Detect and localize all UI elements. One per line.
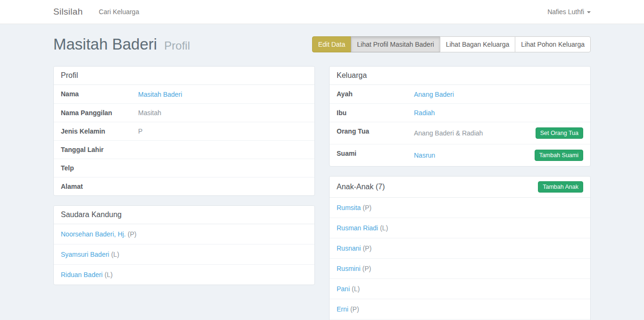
caret-down-icon <box>587 11 591 13</box>
table-row: Nama Masitah Baderi <box>54 85 314 103</box>
app-brand[interactable]: Silsilah <box>53 7 83 17</box>
edit-data-button[interactable]: Edit Data <box>312 36 352 52</box>
table-row: Nama Panggilan Masitah <box>54 103 314 122</box>
list-item: Riduan Baderi(L) <box>54 264 314 285</box>
list-item: Rusman Riadi(L) <box>330 218 590 238</box>
gender-label: (L) <box>111 251 119 258</box>
table-row: Orang Tua Anang Baderi & Radiah Set Oran… <box>330 122 590 144</box>
person-name: Masitah Baderi <box>53 35 157 53</box>
list-item: Rusmini(P) <box>330 258 590 278</box>
table-row: Ayah Anang Baderi <box>330 85 590 103</box>
person-link[interactable]: Erni <box>337 305 348 313</box>
saudara-kandung-panel: Saudara Kandung Noorsehan Baderi, Hj.(P)… <box>53 205 315 285</box>
person-link[interactable]: Rumsita <box>337 204 361 211</box>
gender-label: (P) <box>363 204 372 211</box>
keluarga-panel: Keluarga Ayah Anang Baderi Ibu Radiah Or… <box>329 66 591 167</box>
person-link[interactable]: Rusnani <box>337 244 361 252</box>
row-label: Ayah <box>330 85 414 103</box>
person-link[interactable]: Noorsehan Baderi, Hj. <box>61 230 126 238</box>
table-row: Alamat <box>54 177 314 195</box>
row-label: Alamat <box>54 177 138 195</box>
user-menu[interactable]: Nafies Luthfi <box>547 8 591 16</box>
table-row: Jenis Kelamin P <box>54 122 314 140</box>
gender-label: (P) <box>350 305 359 313</box>
profil-panel-title: Profil <box>61 71 78 80</box>
list-item: Syamsuri Baderi(L) <box>54 244 314 264</box>
person-link[interactable]: Pani <box>337 285 350 293</box>
person-link[interactable]: Riduan Baderi <box>61 271 103 278</box>
user-name: Nafies Luthfi <box>547 8 584 16</box>
list-item: Rusnani(P) <box>330 238 590 258</box>
list-item: Pani(L) <box>330 278 590 299</box>
nav-item-cari-keluarga[interactable]: Cari Keluarga <box>99 8 140 16</box>
table-row: Ibu Radiah <box>330 103 590 122</box>
list-item: Erni(P) <box>330 299 590 319</box>
row-label: Telp <box>54 159 138 177</box>
list-item: Noorsehan Baderi, Hj.(P) <box>54 224 314 244</box>
person-link[interactable]: Anang Baderi <box>414 91 454 98</box>
lihat-pohon-keluarga-button[interactable]: Lihat Pohon Keluarga <box>515 36 591 52</box>
person-link[interactable]: Rusmini <box>337 265 361 272</box>
page-header: Masitah Baderi Profil Edit Data Lihat Pr… <box>53 35 591 53</box>
row-label: Nama <box>54 85 138 103</box>
keluarga-panel-title: Keluarga <box>337 71 367 80</box>
person-link[interactable]: Syamsuri Baderi <box>61 251 109 258</box>
list-item: Rumsita(P) <box>330 198 590 218</box>
row-label: Nama Panggilan <box>54 104 138 122</box>
person-link[interactable]: Nasrun <box>414 152 435 159</box>
row-label: Ibu <box>330 104 414 122</box>
right-column: Keluarga Ayah Anang Baderi Ibu Radiah Or… <box>329 66 591 320</box>
tambah-anak-button[interactable]: Tambah Anak <box>538 181 583 193</box>
table-row: Tanggal Lahir <box>54 140 314 159</box>
person-link[interactable]: Radiah <box>414 109 435 117</box>
profile-actions: Edit Data Lihat Profil Masitah Baderi Li… <box>312 36 591 52</box>
table-row: Telp <box>54 159 314 177</box>
row-label: Suami <box>330 144 414 166</box>
gender-label: (P) <box>363 265 372 272</box>
row-label: Tanggal Lahir <box>54 141 138 159</box>
navbar-right: Nafies Luthfi <box>547 8 591 16</box>
lihat-bagan-keluarga-button[interactable]: Lihat Bagan Keluarga <box>440 36 516 52</box>
page-title: Masitah Baderi Profil <box>53 35 190 53</box>
gender-label: (P) <box>363 244 372 252</box>
row-value: P <box>138 127 142 135</box>
gender-label: (L) <box>352 285 360 293</box>
row-value: Masitah <box>138 109 161 117</box>
profil-panel: Profil Nama Masitah Baderi Nama Panggila… <box>53 66 315 196</box>
page-subtitle: Profil <box>164 39 190 52</box>
table-row: Suami Nasrun Tambah Suami <box>330 144 590 166</box>
row-label: Jenis Kelamin <box>54 122 138 140</box>
navbar: Silsilah Cari Keluarga Nafies Luthfi <box>0 0 644 24</box>
anak-panel-title: Anak-Anak (7) <box>337 183 385 191</box>
row-label: Orang Tua <box>330 122 414 144</box>
left-column: Profil Nama Masitah Baderi Nama Panggila… <box>53 66 315 320</box>
gender-label: (P) <box>128 230 137 238</box>
saudara-panel-title: Saudara Kandung <box>61 211 122 219</box>
tambah-suami-button[interactable]: Tambah Suami <box>535 150 583 161</box>
anak-anak-panel: Anak-Anak (7) Tambah Anak Rumsita(P) Rus… <box>329 176 591 320</box>
set-orang-tua-button[interactable]: Set Orang Tua <box>536 127 583 139</box>
person-link[interactable]: Masitah Baderi <box>138 91 182 98</box>
gender-label: (L) <box>380 224 388 232</box>
gender-label: (L) <box>105 271 113 278</box>
row-value: Anang Baderi & Radiah <box>414 129 483 137</box>
lihat-profil-button[interactable]: Lihat Profil Masitah Baderi <box>351 36 440 52</box>
person-link[interactable]: Rusman Riadi <box>337 224 378 232</box>
